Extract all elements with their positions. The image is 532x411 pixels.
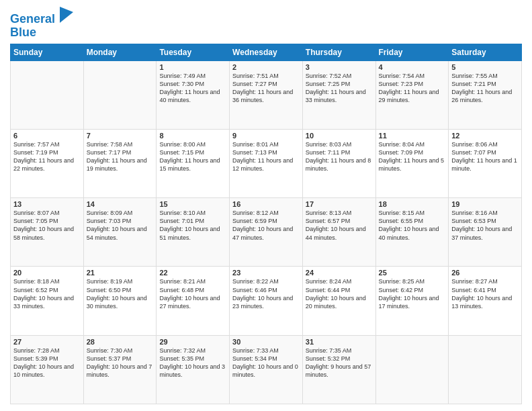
day-cell: 28Sunrise: 7:30 AM Sunset: 5:37 PM Dayli… [83,335,157,404]
weekday-header-monday: Monday [83,44,157,60]
day-info: Sunrise: 8:15 AM Sunset: 6:55 PM Dayligh… [379,209,446,242]
day-cell: 8Sunrise: 8:00 AM Sunset: 7:15 PM Daylig… [157,129,230,197]
day-number: 18 [379,200,446,208]
day-cell: 15Sunrise: 8:10 AM Sunset: 7:01 PM Dayli… [157,198,230,267]
day-cell: 5Sunrise: 7:55 AM Sunset: 7:21 PM Daylig… [449,60,522,129]
day-number: 29 [159,338,226,346]
day-cell: 18Sunrise: 8:15 AM Sunset: 6:55 PM Dayli… [375,198,449,267]
week-row-5: 27Sunrise: 7:28 AM Sunset: 5:39 PM Dayli… [11,335,522,404]
day-info: Sunrise: 7:32 AM Sunset: 5:35 PM Dayligh… [159,347,226,379]
day-number: 2 [232,63,300,71]
day-cell: 11Sunrise: 8:04 AM Sunset: 7:09 PM Dayli… [375,129,449,197]
day-info: Sunrise: 8:22 AM Sunset: 6:46 PM Dayligh… [232,277,300,310]
day-info: Sunrise: 7:52 AM Sunset: 7:25 PM Dayligh… [306,72,373,105]
day-cell: 9Sunrise: 8:01 AM Sunset: 7:13 PM Daylig… [230,129,303,197]
day-info: Sunrise: 8:01 AM Sunset: 7:13 PM Dayligh… [232,140,300,173]
day-info: Sunrise: 7:49 AM Sunset: 7:30 PM Dayligh… [159,72,226,105]
day-cell: 6Sunrise: 7:57 AM Sunset: 7:19 PM Daylig… [11,129,84,197]
day-cell: 3Sunrise: 7:52 AM Sunset: 7:25 PM Daylig… [302,60,375,129]
day-cell: 1Sunrise: 7:49 AM Sunset: 7:30 PM Daylig… [157,60,230,129]
weekday-header-thursday: Thursday [302,44,375,60]
day-info: Sunrise: 8:12 AM Sunset: 6:59 PM Dayligh… [232,209,300,242]
calendar-table: SundayMondayTuesdayWednesdayThursdayFrid… [10,44,522,404]
day-cell: 7Sunrise: 7:58 AM Sunset: 7:17 PM Daylig… [83,129,157,197]
weekday-header-saturday: Saturday [449,44,522,60]
day-number: 26 [451,269,519,277]
day-info: Sunrise: 8:03 AM Sunset: 7:11 PM Dayligh… [306,140,373,173]
day-info: Sunrise: 8:27 AM Sunset: 6:41 PM Dayligh… [451,277,519,310]
weekday-header-row: SundayMondayTuesdayWednesdayThursdayFrid… [11,44,522,60]
day-cell: 20Sunrise: 8:18 AM Sunset: 6:52 PM Dayli… [11,267,84,335]
svg-marker-0 [60,7,73,23]
day-number: 5 [451,63,519,71]
weekday-header-wednesday: Wednesday [230,44,303,60]
day-cell [83,60,157,129]
day-number: 11 [379,132,446,140]
day-number: 8 [159,132,226,140]
day-cell [375,335,449,404]
day-number: 3 [306,63,373,71]
day-number: 16 [232,200,300,208]
day-info: Sunrise: 8:25 AM Sunset: 6:42 PM Dayligh… [379,277,446,310]
day-number: 4 [379,63,446,71]
logo-icon [60,7,73,23]
day-cell: 2Sunrise: 7:51 AM Sunset: 7:27 PM Daylig… [230,60,303,129]
day-info: Sunrise: 7:54 AM Sunset: 7:23 PM Dayligh… [379,72,446,105]
logo: General Blue [10,7,73,40]
day-number: 22 [159,269,226,277]
day-cell: 4Sunrise: 7:54 AM Sunset: 7:23 PM Daylig… [375,60,449,129]
day-cell: 26Sunrise: 8:27 AM Sunset: 6:41 PM Dayli… [449,267,522,335]
day-number: 19 [451,200,519,208]
day-number: 1 [159,63,226,71]
day-cell [11,60,84,129]
day-info: Sunrise: 7:33 AM Sunset: 5:34 PM Dayligh… [232,347,300,379]
day-info: Sunrise: 8:07 AM Sunset: 7:05 PM Dayligh… [13,209,81,242]
day-number: 30 [232,338,300,346]
weekday-header-friday: Friday [375,44,449,60]
day-info: Sunrise: 8:09 AM Sunset: 7:03 PM Dayligh… [87,209,154,242]
day-number: 20 [13,269,81,277]
day-number: 10 [306,132,373,140]
day-number: 28 [87,338,154,346]
day-info: Sunrise: 8:21 AM Sunset: 6:48 PM Dayligh… [159,277,226,310]
day-info: Sunrise: 7:30 AM Sunset: 5:37 PM Dayligh… [87,347,154,379]
day-cell: 25Sunrise: 8:25 AM Sunset: 6:42 PM Dayli… [375,267,449,335]
day-number: 9 [232,132,300,140]
day-number: 7 [87,132,154,140]
day-cell: 24Sunrise: 8:24 AM Sunset: 6:44 PM Dayli… [302,267,375,335]
day-number: 12 [451,132,519,140]
day-info: Sunrise: 8:24 AM Sunset: 6:44 PM Dayligh… [306,277,373,310]
day-number: 25 [379,269,446,277]
day-cell: 21Sunrise: 8:19 AM Sunset: 6:50 PM Dayli… [83,267,157,335]
day-number: 13 [13,200,81,208]
day-info: Sunrise: 7:55 AM Sunset: 7:21 PM Dayligh… [451,72,519,105]
weekday-header-sunday: Sunday [11,44,84,60]
day-info: Sunrise: 7:51 AM Sunset: 7:27 PM Dayligh… [232,72,300,105]
week-row-1: 1Sunrise: 7:49 AM Sunset: 7:30 PM Daylig… [11,60,522,129]
day-info: Sunrise: 8:10 AM Sunset: 7:01 PM Dayligh… [159,209,226,242]
day-number: 24 [306,269,373,277]
week-row-4: 20Sunrise: 8:18 AM Sunset: 6:52 PM Dayli… [11,267,522,335]
day-info: Sunrise: 8:16 AM Sunset: 6:53 PM Dayligh… [451,209,519,242]
day-cell: 10Sunrise: 8:03 AM Sunset: 7:11 PM Dayli… [302,129,375,197]
day-info: Sunrise: 8:04 AM Sunset: 7:09 PM Dayligh… [379,140,446,173]
day-number: 27 [13,338,81,346]
day-info: Sunrise: 8:19 AM Sunset: 6:50 PM Dayligh… [87,277,154,310]
day-info: Sunrise: 8:13 AM Sunset: 6:57 PM Dayligh… [306,209,373,242]
day-cell: 27Sunrise: 7:28 AM Sunset: 5:39 PM Dayli… [11,335,84,404]
logo-text: General [10,7,73,26]
weekday-header-tuesday: Tuesday [157,44,230,60]
day-cell: 22Sunrise: 8:21 AM Sunset: 6:48 PM Dayli… [157,267,230,335]
day-cell: 13Sunrise: 8:07 AM Sunset: 7:05 PM Dayli… [11,198,84,267]
day-info: Sunrise: 8:06 AM Sunset: 7:07 PM Dayligh… [451,140,519,173]
page: General Blue SundayMondayTuesdayWednesda… [0,0,532,411]
day-info: Sunrise: 8:00 AM Sunset: 7:15 PM Dayligh… [159,140,226,173]
week-row-3: 13Sunrise: 8:07 AM Sunset: 7:05 PM Dayli… [11,198,522,267]
day-number: 14 [87,200,154,208]
day-info: Sunrise: 7:28 AM Sunset: 5:39 PM Dayligh… [13,347,81,379]
logo-blue: Blue [10,26,73,40]
header: General Blue [10,7,522,40]
week-row-2: 6Sunrise: 7:57 AM Sunset: 7:19 PM Daylig… [11,129,522,197]
day-number: 15 [159,200,226,208]
day-number: 17 [306,200,373,208]
